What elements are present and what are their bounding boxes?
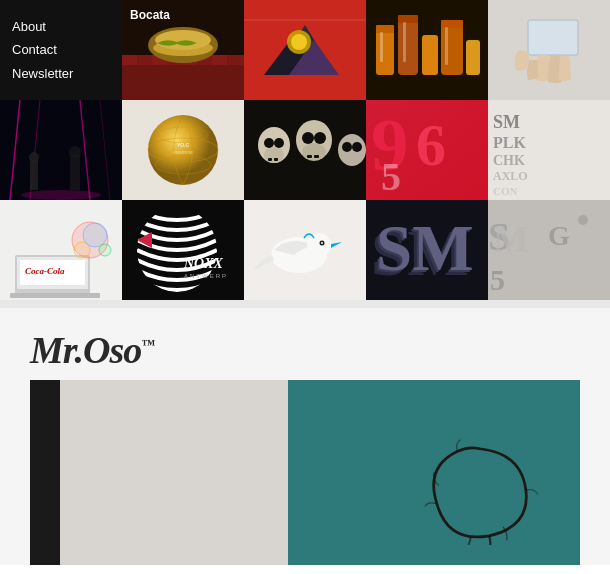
dark-stage-thumb[interactable]: [0, 100, 122, 200]
svg-point-110: [578, 215, 588, 225]
sm-dark-thumb[interactable]: SM SM SM: [366, 200, 488, 300]
svg-text:M: M: [493, 218, 529, 260]
svg-point-19: [291, 34, 307, 50]
logo-trademark: ™: [141, 337, 154, 352]
svg-point-44: [69, 146, 81, 158]
svg-text:CON: CON: [493, 185, 518, 197]
svg-rect-8: [212, 55, 227, 65]
svg-rect-58: [268, 158, 272, 161]
svg-point-62: [302, 132, 314, 144]
svg-rect-2: [122, 55, 137, 65]
svg-rect-24: [398, 20, 418, 75]
svg-rect-9: [227, 55, 244, 65]
svg-text:YO.C: YO.C: [177, 142, 190, 148]
svg-text:SM: SM: [493, 112, 520, 132]
logo-name: Mr.Oso: [30, 329, 141, 371]
about-link[interactable]: About: [12, 15, 110, 38]
svg-point-66: [338, 134, 366, 166]
svg-rect-28: [441, 20, 463, 28]
svg-rect-23: [376, 25, 394, 33]
globe-thumb[interactable]: YO.C UNIVERSE: [122, 100, 244, 200]
svg-text:Coca-Cola: Coca-Cola: [25, 266, 65, 276]
svg-rect-83: [10, 293, 100, 298]
svg-point-12: [155, 30, 211, 50]
logo[interactable]: Mr.Oso™: [30, 328, 580, 372]
svg-point-55: [264, 147, 284, 163]
nav-cell: About Contact Newsletter: [0, 0, 122, 100]
svg-text:ANTWERP: ANTWERP: [184, 273, 228, 279]
svg-rect-65: [314, 155, 319, 158]
svg-point-61: [302, 143, 326, 161]
svg-rect-3: [137, 55, 152, 65]
svg-rect-35: [530, 22, 576, 53]
svg-point-45: [21, 190, 101, 200]
logo-section: Mr.Oso™: [0, 308, 610, 565]
bocata-label: Bocata: [130, 8, 170, 22]
ink-circle: [420, 435, 540, 545]
svg-point-57: [274, 138, 284, 148]
svg-rect-41: [30, 160, 38, 190]
strip-mid: [60, 380, 288, 565]
svg-rect-31: [403, 22, 406, 62]
svg-point-68: [352, 142, 362, 152]
svg-point-42: [29, 152, 39, 162]
svg-rect-64: [307, 155, 312, 158]
coca-cola-thumb[interactable]: Coca-Cola: [0, 200, 122, 300]
svg-text:PLK: PLK: [493, 134, 526, 151]
sm-grey-thumb[interactable]: S M 5 G: [488, 200, 610, 300]
hand-box-thumb[interactable]: [488, 0, 610, 100]
svg-rect-26: [422, 35, 438, 75]
contact-link[interactable]: Contact: [12, 38, 110, 61]
svg-point-97: [307, 233, 331, 257]
section-divider: [0, 300, 610, 308]
svg-text:SM: SM: [376, 212, 474, 284]
svg-point-100: [321, 242, 323, 244]
svg-point-63: [314, 132, 326, 144]
svg-rect-32: [445, 27, 448, 65]
svg-text:G: G: [548, 220, 570, 251]
strip-teal-right: [288, 380, 580, 565]
svg-rect-73: [366, 100, 488, 200]
svg-rect-43: [70, 155, 80, 190]
svg-rect-30: [380, 32, 383, 62]
svg-text:5: 5: [490, 263, 505, 296]
abstract-red-thumb[interactable]: [244, 0, 366, 100]
svg-text:CHK: CHK: [493, 153, 525, 168]
typography-red-thumb[interactable]: 9 6 5: [366, 100, 488, 200]
svg-point-67: [342, 142, 352, 152]
strip-dark-left: [30, 380, 60, 565]
bocata-thumb[interactable]: Bocata: [122, 0, 244, 100]
svg-rect-27: [441, 25, 463, 75]
svg-point-88: [74, 242, 90, 258]
svg-point-56: [264, 138, 274, 148]
svg-rect-29: [466, 40, 480, 75]
bird-thumb[interactable]: [244, 200, 366, 300]
svg-text:UNIVERSE: UNIVERSE: [173, 150, 194, 155]
svg-text:NOXX: NOXX: [183, 256, 224, 271]
svg-rect-25: [398, 15, 418, 23]
noxx-thumb[interactable]: NOXX ANTWERP: [122, 200, 244, 300]
logo-text: Mr.Oso™: [30, 329, 154, 371]
newsletter-link[interactable]: Newsletter: [12, 62, 110, 85]
bottom-strip: [30, 380, 580, 565]
portfolio-grid: About Contact Newsletter: [0, 0, 610, 300]
svg-rect-22: [376, 30, 394, 75]
svg-text:AXLO: AXLO: [493, 169, 528, 183]
bottles-thumb[interactable]: [366, 0, 488, 100]
svg-point-89: [99, 244, 111, 256]
typography-grey-thumb[interactable]: SM PLK CHK AXLO CON: [488, 100, 610, 200]
skulls-thumb[interactable]: [244, 100, 366, 200]
svg-rect-59: [274, 158, 278, 161]
